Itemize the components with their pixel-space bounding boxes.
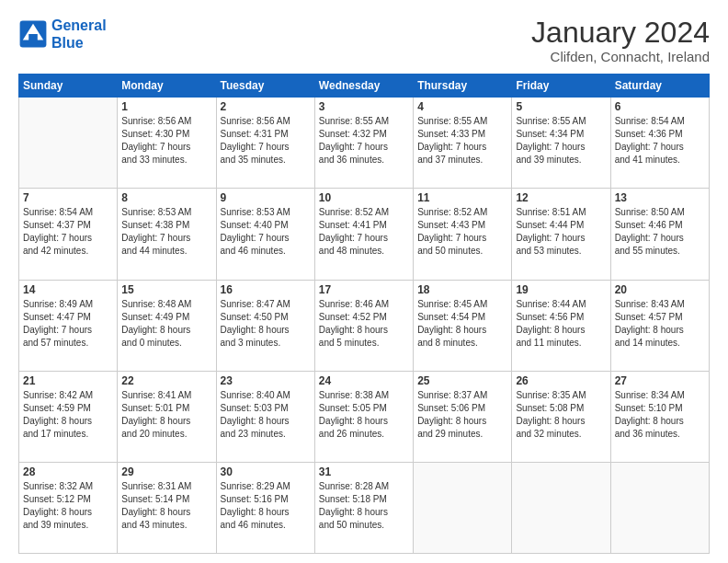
- col-monday: Monday: [118, 75, 216, 98]
- day-number: 28: [23, 465, 113, 478]
- calendar-week-row-2: 7Sunrise: 8:54 AMSunset: 4:37 PMDaylight…: [19, 189, 710, 280]
- calendar-cell: 30Sunrise: 8:29 AMSunset: 5:16 PMDayligh…: [216, 462, 314, 553]
- day-number: 20: [615, 283, 705, 296]
- day-info: Sunrise: 8:52 AMSunset: 4:41 PMDaylight:…: [319, 206, 409, 258]
- day-number: 23: [221, 374, 311, 387]
- calendar-cell: 8Sunrise: 8:53 AMSunset: 4:38 PMDaylight…: [118, 189, 216, 280]
- calendar-cell: 24Sunrise: 8:38 AMSunset: 5:05 PMDayligh…: [314, 371, 413, 462]
- day-number: 1: [121, 100, 211, 113]
- svg-rect-2: [28, 34, 38, 43]
- calendar-cell: 18Sunrise: 8:45 AMSunset: 4:54 PMDayligh…: [414, 280, 512, 371]
- calendar-cell: [512, 462, 610, 553]
- logo: General Blue: [18, 17, 107, 52]
- col-tuesday: Tuesday: [216, 75, 314, 98]
- day-info: Sunrise: 8:55 AMSunset: 4:34 PMDaylight:…: [516, 115, 606, 167]
- day-info: Sunrise: 8:52 AMSunset: 4:43 PMDaylight:…: [417, 206, 507, 258]
- day-info: Sunrise: 8:31 AMSunset: 5:14 PMDaylight:…: [121, 480, 211, 532]
- day-info: Sunrise: 8:45 AMSunset: 4:54 PMDaylight:…: [417, 298, 507, 350]
- day-number: 6: [615, 100, 705, 113]
- calendar-cell: 2Sunrise: 8:56 AMSunset: 4:31 PMDaylight…: [216, 98, 314, 189]
- calendar-cell: 6Sunrise: 8:54 AMSunset: 4:36 PMDaylight…: [610, 98, 709, 189]
- day-info: Sunrise: 8:37 AMSunset: 5:06 PMDaylight:…: [417, 389, 507, 441]
- calendar-cell: 29Sunrise: 8:31 AMSunset: 5:14 PMDayligh…: [118, 462, 216, 553]
- day-number: 31: [319, 465, 409, 478]
- calendar-cell: 11Sunrise: 8:52 AMSunset: 4:43 PMDayligh…: [414, 189, 512, 280]
- day-number: 14: [23, 283, 113, 296]
- day-info: Sunrise: 8:43 AMSunset: 4:57 PMDaylight:…: [615, 298, 705, 350]
- day-info: Sunrise: 8:34 AMSunset: 5:10 PMDaylight:…: [615, 389, 705, 441]
- day-number: 16: [221, 283, 311, 296]
- header: General Blue January 2024 Clifden, Conna…: [18, 17, 710, 64]
- day-number: 22: [121, 374, 211, 387]
- calendar-subtitle: Clifden, Connacht, Ireland: [531, 49, 710, 64]
- day-info: Sunrise: 8:40 AMSunset: 5:03 PMDaylight:…: [221, 389, 311, 441]
- col-saturday: Saturday: [610, 75, 709, 98]
- calendar-cell: 21Sunrise: 8:42 AMSunset: 4:59 PMDayligh…: [19, 371, 118, 462]
- day-number: 19: [516, 283, 606, 296]
- day-number: 9: [221, 191, 311, 204]
- day-info: Sunrise: 8:56 AMSunset: 4:31 PMDaylight:…: [221, 115, 311, 167]
- day-number: 3: [319, 100, 409, 113]
- calendar-cell: 20Sunrise: 8:43 AMSunset: 4:57 PMDayligh…: [610, 280, 709, 371]
- day-info: Sunrise: 8:32 AMSunset: 5:12 PMDaylight:…: [23, 480, 113, 532]
- col-thursday: Thursday: [414, 75, 512, 98]
- day-info: Sunrise: 8:55 AMSunset: 4:33 PMDaylight:…: [417, 115, 507, 167]
- logo-text: General Blue: [51, 17, 107, 52]
- day-info: Sunrise: 8:46 AMSunset: 4:52 PMDaylight:…: [319, 298, 409, 350]
- calendar-cell: 23Sunrise: 8:40 AMSunset: 5:03 PMDayligh…: [216, 371, 314, 462]
- calendar-cell: 14Sunrise: 8:49 AMSunset: 4:47 PMDayligh…: [19, 280, 118, 371]
- day-number: 24: [319, 374, 409, 387]
- calendar-cell: 22Sunrise: 8:41 AMSunset: 5:01 PMDayligh…: [118, 371, 216, 462]
- page: General Blue January 2024 Clifden, Conna…: [0, 0, 728, 563]
- day-info: Sunrise: 8:53 AMSunset: 4:40 PMDaylight:…: [221, 206, 311, 258]
- calendar-cell: 15Sunrise: 8:48 AMSunset: 4:49 PMDayligh…: [118, 280, 216, 371]
- day-info: Sunrise: 8:54 AMSunset: 4:36 PMDaylight:…: [615, 115, 705, 167]
- col-friday: Friday: [512, 75, 610, 98]
- calendar-week-row-1: 1Sunrise: 8:56 AMSunset: 4:30 PMDaylight…: [19, 98, 710, 189]
- day-number: 26: [516, 374, 606, 387]
- day-info: Sunrise: 8:53 AMSunset: 4:38 PMDaylight:…: [121, 206, 211, 258]
- day-number: 13: [615, 191, 705, 204]
- logo-icon: [18, 19, 48, 49]
- day-info: Sunrise: 8:29 AMSunset: 5:16 PMDaylight:…: [221, 480, 311, 532]
- calendar-cell: 4Sunrise: 8:55 AMSunset: 4:33 PMDaylight…: [414, 98, 512, 189]
- day-info: Sunrise: 8:41 AMSunset: 5:01 PMDaylight:…: [121, 389, 211, 441]
- col-sunday: Sunday: [19, 75, 118, 98]
- calendar-cell: 7Sunrise: 8:54 AMSunset: 4:37 PMDaylight…: [19, 189, 118, 280]
- calendar-cell: 1Sunrise: 8:56 AMSunset: 4:30 PMDaylight…: [118, 98, 216, 189]
- calendar-cell: 5Sunrise: 8:55 AMSunset: 4:34 PMDaylight…: [512, 98, 610, 189]
- day-number: 17: [319, 283, 409, 296]
- calendar-cell: 13Sunrise: 8:50 AMSunset: 4:46 PMDayligh…: [610, 189, 709, 280]
- calendar-cell: 27Sunrise: 8:34 AMSunset: 5:10 PMDayligh…: [610, 371, 709, 462]
- calendar-cell: 16Sunrise: 8:47 AMSunset: 4:50 PMDayligh…: [216, 280, 314, 371]
- col-wednesday: Wednesday: [314, 75, 413, 98]
- day-number: 25: [417, 374, 507, 387]
- calendar-title: January 2024: [531, 17, 710, 49]
- day-number: 18: [417, 283, 507, 296]
- day-number: 8: [121, 191, 211, 204]
- calendar-cell: 17Sunrise: 8:46 AMSunset: 4:52 PMDayligh…: [314, 280, 413, 371]
- calendar-cell: 9Sunrise: 8:53 AMSunset: 4:40 PMDaylight…: [216, 189, 314, 280]
- calendar-cell: 12Sunrise: 8:51 AMSunset: 4:44 PMDayligh…: [512, 189, 610, 280]
- day-number: 15: [121, 283, 211, 296]
- calendar-week-row-4: 21Sunrise: 8:42 AMSunset: 4:59 PMDayligh…: [19, 371, 710, 462]
- calendar-cell: 10Sunrise: 8:52 AMSunset: 4:41 PMDayligh…: [314, 189, 413, 280]
- title-block: January 2024 Clifden, Connacht, Ireland: [531, 17, 710, 64]
- day-info: Sunrise: 8:54 AMSunset: 4:37 PMDaylight:…: [23, 206, 113, 258]
- calendar-cell: [414, 462, 512, 553]
- day-info: Sunrise: 8:50 AMSunset: 4:46 PMDaylight:…: [615, 206, 705, 258]
- calendar-table: Sunday Monday Tuesday Wednesday Thursday…: [18, 74, 710, 554]
- calendar-week-row-5: 28Sunrise: 8:32 AMSunset: 5:12 PMDayligh…: [19, 462, 710, 553]
- day-info: Sunrise: 8:51 AMSunset: 4:44 PMDaylight:…: [516, 206, 606, 258]
- day-info: Sunrise: 8:47 AMSunset: 4:50 PMDaylight:…: [221, 298, 311, 350]
- day-info: Sunrise: 8:49 AMSunset: 4:47 PMDaylight:…: [23, 298, 113, 350]
- day-number: 21: [23, 374, 113, 387]
- calendar-cell: 31Sunrise: 8:28 AMSunset: 5:18 PMDayligh…: [314, 462, 413, 553]
- calendar-cell: [19, 98, 118, 189]
- day-info: Sunrise: 8:55 AMSunset: 4:32 PMDaylight:…: [319, 115, 409, 167]
- calendar-week-row-3: 14Sunrise: 8:49 AMSunset: 4:47 PMDayligh…: [19, 280, 710, 371]
- calendar-cell: 25Sunrise: 8:37 AMSunset: 5:06 PMDayligh…: [414, 371, 512, 462]
- day-number: 11: [417, 191, 507, 204]
- calendar-cell: 26Sunrise: 8:35 AMSunset: 5:08 PMDayligh…: [512, 371, 610, 462]
- day-number: 29: [121, 465, 211, 478]
